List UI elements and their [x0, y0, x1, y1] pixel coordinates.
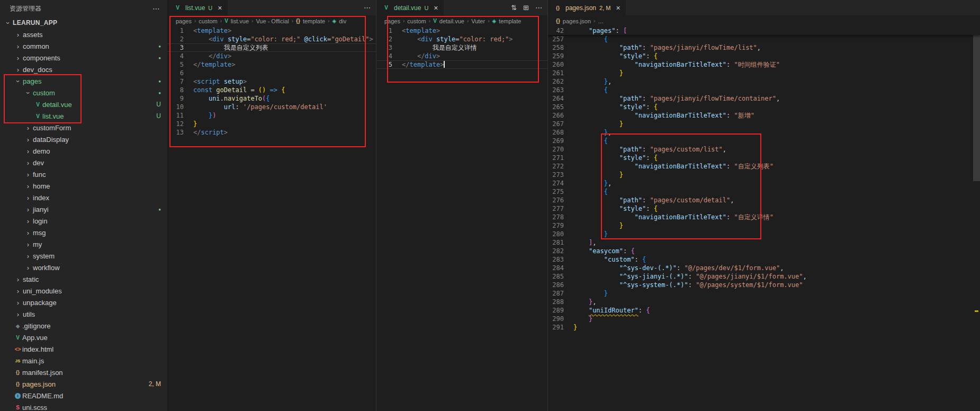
token [573, 213, 635, 221]
token: : [642, 95, 650, 102]
token: { [604, 35, 608, 43]
tree-item-uni-scss[interactable]: Suni.scss [0, 401, 167, 411]
code-line: 2 <div style="color: red;"> [376, 35, 547, 43]
line-number: 1 [376, 26, 399, 35]
token: "uniIdRouter" [589, 307, 639, 314]
line-number: 262 [548, 77, 570, 86]
breadcrumb-item[interactable]: Vue - Official [256, 18, 289, 24]
scrollbar-thumb[interactable] [973, 26, 980, 181]
token [193, 103, 224, 111]
token [573, 61, 635, 68]
breadcrumb-item[interactable]: list.vue [231, 18, 249, 24]
chevron-right-icon: › [13, 275, 23, 283]
chevron-right-icon: › [23, 229, 33, 237]
breadcrumb-item[interactable]: custom [199, 18, 217, 24]
tree-item-workflow[interactable]: ›workflow [0, 262, 167, 273]
tree-item-my[interactable]: ›my [0, 238, 167, 250]
line-content: "easycom": { [573, 247, 635, 255]
chevron-right-icon: › [23, 194, 33, 202]
close-icon[interactable]: × [218, 4, 222, 12]
tree-item-jianyi[interactable]: ›jianyi● [0, 203, 167, 215]
tree-item-func[interactable]: ›func [0, 168, 167, 180]
breadcrumb-item[interactable]: div [339, 18, 346, 24]
tree-item-root[interactable]: ›LEARUN_APP [0, 17, 167, 29]
breadcrumb-item[interactable]: template [303, 18, 325, 24]
tab-pages-json[interactable]: {}pages.json2, M× [548, 0, 626, 15]
tree-item-pages-json[interactable]: {}pages.json2, M [0, 378, 167, 390]
code-area[interactable]: 42 "pages": [257 {258 "path": "pages/jia… [548, 26, 980, 411]
tree-item-gitignore[interactable]: ◆.gitignore [0, 320, 167, 332]
breadcrumb-item[interactable]: Vuter [471, 18, 485, 24]
tree-item-unpackage[interactable]: ›unpackage [0, 297, 167, 308]
tree-item-login[interactable]: ›login [0, 215, 167, 227]
line-content: <script setup> [193, 77, 247, 86]
token [573, 298, 589, 306]
breadcrumb-item[interactable]: pages [384, 18, 400, 24]
breadcrumb-item[interactable]: … [598, 18, 604, 24]
token [193, 112, 209, 119]
tree-item-index-html[interactable]: <>index.html [0, 343, 167, 355]
tree-item-manifest-json[interactable]: {}manifest.json [0, 367, 167, 378]
chevron-down-icon: › [24, 88, 32, 97]
chevron-right-icon: › [13, 299, 23, 307]
tree-item-demo[interactable]: ›demo [0, 145, 167, 157]
chevron-right-icon: › [13, 54, 23, 62]
line-content: "style": { [573, 204, 658, 213]
breadcrumb-item[interactable]: template [499, 18, 521, 24]
code-area[interactable]: 1<template>2 <div style="color: red;">3 … [376, 26, 547, 411]
warning-marker [975, 310, 978, 312]
tab-detail-vue[interactable]: Vdetail.vueU× [376, 0, 444, 15]
tab-bar: {}pages.json2, M× [548, 0, 980, 15]
tree-item-pages[interactable]: ›pages● [0, 75, 167, 87]
line-content: }, [573, 298, 596, 306]
tree-item-dev[interactable]: ›dev [0, 157, 167, 168]
chevron-right-icon: › [23, 264, 33, 272]
tree-item-index[interactable]: ›index [0, 192, 167, 203]
tree-item-msg[interactable]: ›msg [0, 227, 167, 238]
token: div [212, 35, 224, 43]
more-icon[interactable]: ⋯ [364, 4, 371, 12]
close-icon[interactable]: × [616, 4, 620, 12]
close-icon[interactable]: × [434, 4, 438, 12]
code-area[interactable]: 1<template>2 <div style="color: red;" @c… [168, 26, 376, 411]
tree-item-main-js[interactable]: JSmain.js [0, 355, 167, 367]
tree-item-datadisplay[interactable]: ›dataDisplay [0, 133, 167, 145]
tree-item-label: customForm [33, 124, 71, 132]
tree-item-readme-md[interactable]: iREADME.md [0, 390, 167, 401]
tree-item-customform[interactable]: ›customForm [0, 122, 167, 133]
tree-item-assets[interactable]: ›assets [0, 29, 167, 40]
tree-item-custom[interactable]: ›custom● [0, 87, 167, 99]
git-modified-dot-icon: ● [158, 44, 161, 49]
more-icon[interactable]: ⋯ [535, 4, 542, 12]
tab-list-vue[interactable]: Vlist.vueU× [168, 0, 228, 15]
line-content: } [573, 230, 608, 238]
tree-item-utils[interactable]: ›utils [0, 308, 167, 320]
tree-item-label: my [33, 240, 42, 248]
changes-icon[interactable]: ⇅ [511, 4, 517, 12]
tree-item-components[interactable]: ›components● [0, 52, 167, 64]
code-line: 277 "style": { [548, 204, 980, 213]
tree-item-system[interactable]: ›system [0, 250, 167, 262]
breadcrumb-item[interactable]: pages [176, 18, 192, 24]
tree-item-uni-modules[interactable]: ›uni_modules [0, 285, 167, 297]
tree-item-common[interactable]: ›common● [0, 40, 167, 52]
explorer-more-icon[interactable]: ⋯ [152, 4, 160, 13]
tree-item-list-vue[interactable]: Vlist.vueU [0, 110, 167, 122]
tree-item-detail-vue[interactable]: Vdetail.vueU [0, 99, 167, 110]
code-line: 11 }) [168, 111, 376, 120]
line-content: } [573, 120, 623, 128]
token [573, 120, 619, 128]
tree-item-app-vue[interactable]: VApp.vue [0, 332, 167, 343]
tree-item-static[interactable]: ›static [0, 273, 167, 285]
tree-item-dev-docs[interactable]: ›dev_docs [0, 64, 167, 75]
token: style [228, 35, 247, 43]
editor-group-pages-json: {}pages.json2, M× {}pages.json›… 42 "pag… [548, 0, 980, 411]
breadcrumb-item[interactable]: detail.vue [439, 18, 464, 24]
breadcrumb-item[interactable]: pages.json [563, 18, 591, 24]
split-icon[interactable]: ⊞ [523, 4, 529, 12]
tree-item-label: index [33, 194, 49, 202]
code-line: 271 "style": { [548, 154, 980, 162]
token: "时间组件验证" [734, 61, 779, 68]
tree-item-home[interactable]: ›home [0, 180, 167, 192]
breadcrumb-item[interactable]: custom [407, 18, 426, 24]
